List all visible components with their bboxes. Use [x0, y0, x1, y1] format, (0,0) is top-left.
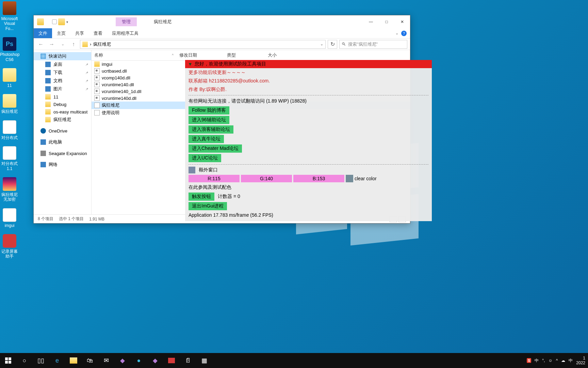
help-icon[interactable]: ? — [401, 31, 407, 36]
desktop-icon[interactable]: 11 — [0, 67, 19, 89]
ime-lang-icon[interactable]: 中 — [535, 358, 539, 364]
sidebar-label: Debug — [53, 102, 66, 107]
desktop-icon[interactable]: PsPhotoshop CS6 — [0, 36, 19, 63]
nav-sidebar: 快速访问 桌面📌︎ 下载📌︎ 文档📌︎ 图片📌︎ 11 Debug os-eas… — [34, 50, 92, 214]
sidebar-item[interactable]: 图片📌︎ — [34, 85, 91, 93]
breadcrumb-chevron-icon[interactable]: › — [90, 42, 91, 47]
sidebar-item[interactable]: 文档📌︎ — [34, 77, 91, 85]
titlebar[interactable]: ▾ 管理 疯狂维尼 — □ ✕ — [34, 15, 410, 28]
properties-icon[interactable] — [52, 19, 57, 24]
search-input[interactable]: 🔍︎ 搜索"疯狂维尼" — [339, 40, 407, 49]
collapse-ribbon-icon[interactable]: ⌄ — [395, 31, 398, 35]
g-slider[interactable]: G:140 — [241, 175, 292, 182]
col-name[interactable]: 名称^ — [92, 50, 177, 60]
extra-window-checkbox[interactable] — [189, 167, 195, 173]
store-button[interactable]: 🛍︎ — [82, 353, 98, 368]
trigger-button[interactable]: 触发按钮 — [189, 193, 214, 201]
clock-time: 1 — [576, 356, 585, 361]
sidebar-item[interactable]: 11 — [34, 93, 91, 101]
ribbon-tab-view[interactable]: 查看 — [89, 28, 107, 38]
mail-button[interactable]: ✉︎ — [98, 353, 114, 368]
folder-icon — [3, 68, 16, 82]
breadcrumb-current[interactable]: 疯狂维尼 — [93, 41, 111, 47]
desktop-icon[interactable]: 记录屏幕助手 — [0, 233, 19, 260]
color-swatch[interactable] — [346, 175, 353, 182]
desktop-icon[interactable]: Microsoft Visual Fo... — [0, 0, 19, 32]
file-name: vcruntime140_1d.dll — [102, 89, 141, 94]
col-size[interactable]: 大小 — [265, 50, 299, 60]
sidebar-item[interactable]: os-easy multicast — [34, 108, 91, 116]
manage-context-tab[interactable]: 管理 — [116, 17, 137, 26]
explorer-button[interactable] — [65, 353, 82, 368]
start-button[interactable] — [0, 353, 16, 368]
desktop-icon[interactable]: 对分布式 1.1 — [0, 145, 19, 172]
close-button[interactable]: ✕ — [394, 15, 410, 28]
link-button[interactable]: 进入浪客辅助论坛 — [189, 125, 233, 134]
sidebar-item[interactable]: Debug — [34, 101, 91, 108]
folder-icon[interactable] — [58, 18, 65, 25]
maximize-button[interactable]: □ — [379, 15, 394, 28]
up-button[interactable]: ↑ — [69, 40, 78, 49]
address-dropdown-icon[interactable]: ⌄ — [320, 42, 323, 46]
r-slider[interactable]: R:115 — [189, 175, 240, 182]
sidebar-label: 快速访问 — [49, 53, 66, 59]
ime-tray-icon[interactable]: 中 — [569, 358, 573, 364]
onedrive-tray-icon[interactable]: ☁︎ — [561, 358, 565, 363]
imgui-window[interactable]: ▼ 您好，欢迎使用测试阶段工具项目 更多功能后续更新～～～～ 联系邮箱 h211… — [185, 60, 432, 221]
back-button[interactable]: ← — [36, 40, 45, 49]
desktop-icon[interactable]: 对分布式 — [0, 119, 19, 141]
desktop-icon[interactable]: 疯狂维尼 无加密 — [0, 176, 19, 203]
link-button[interactable]: Follow 我的博客 — [189, 106, 229, 114]
sidebar-this-pc[interactable]: 此电脑 — [34, 138, 91, 146]
ribbon: 文件 主页 共享 查看 应用程序工具 ⌄ ? — [34, 28, 410, 39]
link-button[interactable]: 进入Cheater Mad论坛 — [189, 144, 242, 153]
sidebar-onedrive[interactable]: OneDrive — [34, 127, 91, 135]
task-view-button[interactable]: ▯▯ — [33, 353, 49, 368]
sidebar-network[interactable]: 网络 — [34, 160, 91, 169]
file-tab[interactable]: 文件 — [34, 28, 52, 38]
app2-button[interactable]: ▦ — [196, 353, 212, 368]
dll-icon — [94, 89, 100, 94]
file-name: vcomp140d.dll — [102, 75, 130, 80]
vs-button[interactable]: ◆ — [114, 353, 131, 368]
sogou-ime-icon[interactable]: S — [527, 358, 531, 363]
clock[interactable]: 1 2022 — [576, 356, 585, 366]
forward-button[interactable]: → — [47, 40, 56, 49]
ime-punct-icon[interactable]: °, — [542, 358, 545, 363]
rec-button[interactable] — [163, 353, 180, 368]
col-date[interactable]: 修改日期 — [177, 50, 224, 60]
minimize-button[interactable]: — — [363, 15, 379, 28]
sidebar-item[interactable]: 疯狂维尼 — [34, 116, 91, 124]
desktop-icon[interactable]: 疯狂维尼 — [0, 93, 19, 115]
history-dropdown[interactable]: ⌄ — [58, 40, 67, 49]
ime-emoji-icon[interactable]: ☺ — [548, 358, 552, 363]
refresh-button[interactable]: ↻ — [328, 40, 337, 49]
sidebar-item[interactable]: 下载📌︎ — [34, 68, 91, 77]
b-slider[interactable]: B:153 — [293, 175, 344, 182]
collapse-icon[interactable]: ▼ — [188, 61, 193, 67]
ribbon-tab-apptools[interactable]: 应用程序工具 — [107, 28, 143, 38]
link-button[interactable]: 进入UC论坛 — [189, 154, 221, 162]
address-bar[interactable]: › 疯狂维尼 ⌄ — [80, 40, 326, 49]
ribbon-tab-share[interactable]: 共享 — [70, 28, 89, 38]
edge-button[interactable]: e — [49, 353, 65, 368]
col-type[interactable]: 类型 — [224, 50, 265, 60]
info-text: 更多功能后续更新～～～～ — [185, 68, 432, 77]
link-button[interactable]: 进入96辅助论坛 — [189, 116, 229, 124]
desktop-icon[interactable]: imgui — [0, 207, 19, 229]
search-button[interactable]: ○ — [16, 353, 33, 368]
link-button[interactable]: 进入真牛论坛 — [189, 135, 224, 143]
ribbon-tab-home[interactable]: 主页 — [52, 28, 70, 38]
file-name: vcruntime140.dll — [102, 82, 134, 87]
notepad-button[interactable]: 📄︎ — [180, 353, 196, 368]
tray-expand-icon[interactable]: ^ — [556, 358, 558, 363]
qat-dropdown-icon[interactable]: ▾ — [66, 20, 68, 24]
sidebar-seagate[interactable]: Seagate Expansion — [34, 150, 91, 157]
vs2-button[interactable]: ◆ — [147, 353, 163, 368]
sidebar-item[interactable]: 桌面📌︎ — [34, 60, 91, 68]
app-button[interactable]: ● — [131, 353, 147, 368]
sidebar-quick-access[interactable]: 快速访问 — [34, 52, 91, 60]
icon-label: 对分布式 — [1, 135, 18, 140]
imgui-header[interactable]: ▼ 您好，欢迎使用测试阶段工具项目 — [185, 60, 432, 68]
exit-button[interactable]: 退出ImGui进程 — [189, 202, 227, 210]
